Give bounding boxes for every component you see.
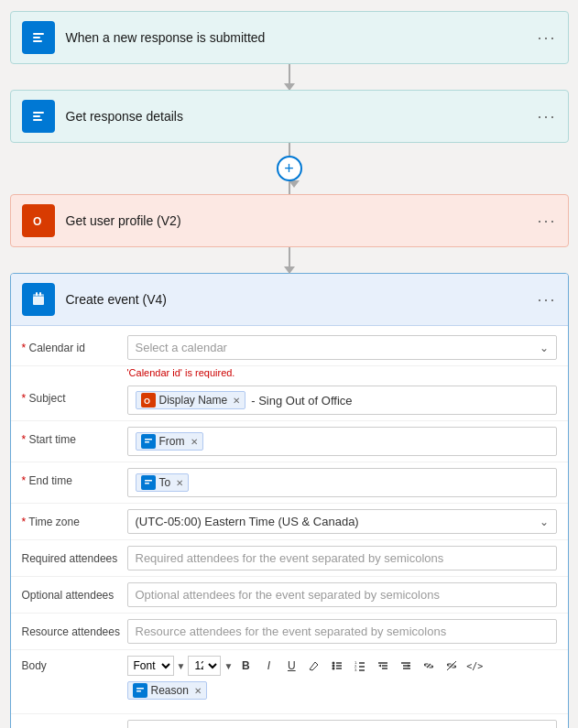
arrow-add-btn-area: + [277,143,302,194]
resource-attendees-row: Resource attendees Resource attendees fo… [11,614,568,650]
svg-rect-5 [33,112,44,114]
to-tag-label: To [159,476,171,489]
svg-rect-21 [145,480,152,482]
time-zone-dropdown[interactable]: (UTC-05:00) Eastern Time (US & Canada) ⌄ [127,509,557,534]
optional-attendees-field[interactable]: Optional attendees for the event separat… [127,582,557,607]
indent-decrease-button[interactable] [373,656,393,676]
start-time-row: Start time From ✕ [11,421,568,462]
required-attendees-row: Required attendees Required attendees fo… [11,540,568,577]
required-attendees-placeholder: Required attendees for the event separat… [136,551,444,565]
svg-rect-46 [136,688,144,690]
start-time-tag: From ✕ [136,432,203,451]
flow-container: When a new response is submitted ··· Get… [0,0,578,728]
forms-tag-icon-end [141,475,156,490]
svg-rect-47 [136,690,141,692]
svg-marker-39 [378,665,381,668]
body-field[interactable]: Font ▼ 12 ▼ B I U [127,656,557,701]
code-button[interactable]: </> [464,656,485,676]
time-zone-row: Time zone (UTC-05:00) Eastern Time (US &… [11,504,568,540]
step-get-response[interactable]: Get response details ··· [10,90,569,143]
step3-more[interactable]: ··· [537,212,556,231]
svg-rect-22 [145,483,149,484]
step4-more[interactable]: ··· [537,290,556,310]
office-tag-icon: O [141,393,156,407]
unlink-button[interactable] [442,656,462,676]
step2-more[interactable]: ··· [537,107,556,126]
svg-rect-3 [33,40,42,42]
subject-label: Subject [22,386,127,405]
step-when-new-response[interactable]: When a new response is submitted ··· [10,11,569,64]
italic-button[interactable]: I [258,656,278,676]
body-row: Body Font ▼ 12 ▼ B I U [11,650,568,714]
body-toolbar: Font ▼ 12 ▼ B I U [127,656,557,676]
underline-button[interactable]: U [281,656,301,676]
add-step-button[interactable]: + [277,156,302,181]
svg-point-25 [333,665,335,668]
create-event-block: Create event (V4) ··· Calendar id Select… [10,273,569,728]
step1-more[interactable]: ··· [537,28,556,48]
calendar-id-row: Calendar id Select a calendar ⌄ [11,330,568,366]
step-get-user-profile[interactable]: O Get user profile (V2) ··· [10,194,569,247]
arrow-3 [289,247,290,273]
time-zone-label: Time zone [22,509,127,528]
numbered-list-button[interactable]: 1.2.3. [350,656,370,676]
subject-display-name-tag: O Display Name ✕ [136,391,246,409]
optional-attendees-placeholder: Optional attendees for the event separat… [136,588,440,602]
to-tag-remove[interactable]: ✕ [176,478,183,488]
optional-attendees-row: Optional attendees Optional attendees fo… [11,577,568,614]
location-label: Location [22,720,127,728]
subject-tag-remove[interactable]: ✕ [233,396,240,406]
required-attendees-field[interactable]: Required attendees for the event separat… [127,546,557,570]
calendar-icon [22,283,55,316]
step4-label: Create event (V4) [66,292,538,307]
end-time-tag: To ✕ [136,473,190,492]
svg-point-26 [333,668,335,670]
arrow-1 [289,64,290,90]
svg-rect-2 [33,37,40,38]
calendar-id-dropdown[interactable]: Select a calendar ⌄ [127,335,557,360]
create-event-header[interactable]: Create event (V4) ··· [11,274,568,326]
end-time-row: End time To ✕ [11,462,568,504]
svg-rect-6 [33,115,40,117]
end-time-label: End time [22,468,127,487]
svg-rect-14 [39,292,41,296]
svg-rect-19 [145,441,149,443]
font-select[interactable]: Font [127,656,174,676]
subject-tag-label: Display Name [159,394,228,407]
start-time-field[interactable]: From ✕ [127,427,557,456]
optional-attendees-label: Optional attendees [22,582,127,602]
from-tag-remove[interactable]: ✕ [191,437,198,447]
svg-line-23 [315,662,318,665]
resource-attendees-label: Resource attendees [22,619,127,638]
svg-rect-11 [33,297,44,305]
time-zone-value: (UTC-05:00) Eastern Time (US & Canada) [136,515,359,528]
svg-rect-7 [33,119,42,121]
svg-marker-43 [408,665,410,668]
svg-rect-13 [36,292,38,296]
indent-increase-button[interactable] [396,656,416,676]
location-field[interactable]: Location of the event [127,720,557,728]
svg-text:O: O [144,397,150,406]
font-size-select[interactable]: 12 [188,656,221,676]
paint-button[interactable] [304,656,324,676]
forms-tag-icon-body [133,683,147,698]
location-row: Location Location of the event [11,714,568,728]
step1-label: When a new response is submitted [66,30,538,45]
subject-field[interactable]: O Display Name ✕ - Sing Out of Office [127,386,557,415]
link-button[interactable] [419,656,439,676]
calendar-id-error: 'Calendar id' is required. [11,366,568,380]
start-time-label: Start time [22,427,127,446]
body-label: Body [22,656,127,672]
resource-attendees-field[interactable]: Resource attendees for the event separat… [127,619,557,644]
from-tag-label: From [159,435,185,448]
svg-text:3.: 3. [354,668,357,672]
step3-label: Get user profile (V2) [66,213,538,228]
body-tag-remove[interactable]: ✕ [194,686,202,696]
calendar-id-label: Calendar id [22,335,127,354]
subject-row: Subject O Display Name ✕ - Sing Out of O… [11,380,568,421]
subject-suffix: - Sing Out of Office [251,394,352,407]
bold-button[interactable]: B [235,656,256,676]
end-time-field[interactable]: To ✕ [127,468,557,497]
bullet-list-button[interactable] [327,656,347,676]
calendar-chevron-icon: ⌄ [540,342,549,354]
